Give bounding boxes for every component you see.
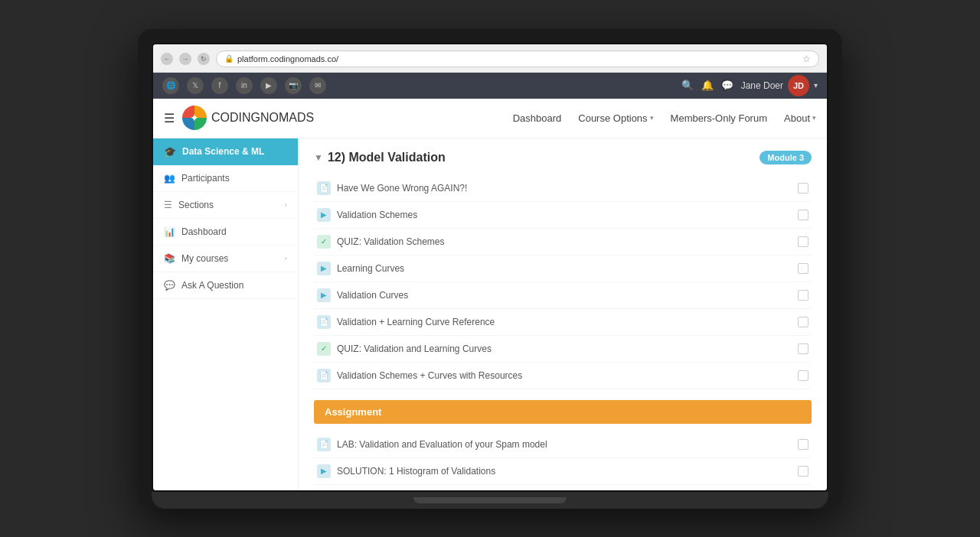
- user-dropdown-caret: ▾: [814, 81, 818, 90]
- lesson-title-2: Validation Schemes: [337, 210, 417, 220]
- lesson-checkbox-7[interactable]: [798, 343, 808, 354]
- module-title-text: 12) Model Validation: [328, 151, 446, 164]
- sidebar-item-data-science[interactable]: 🎓 Data Science & ML: [153, 138, 298, 165]
- url-bar[interactable]: 🔒 platform.codingnomads.co/ ☆: [216, 50, 819, 67]
- assignment-banner: Assignment: [314, 400, 812, 424]
- nav-forum[interactable]: Members-Only Forum: [671, 112, 767, 124]
- main-nav: ☰ CODINGNOMADS Dashboard Course Options …: [153, 99, 827, 138]
- globe-icon[interactable]: 🌐: [162, 77, 179, 94]
- lesson-checkbox-5[interactable]: [798, 290, 808, 301]
- doc-icon-a1: 📄: [317, 438, 331, 451]
- browser-chrome: ← → ↻ 🔒 platform.codingnomads.co/ ☆: [153, 44, 827, 73]
- lock-icon: 🔒: [224, 54, 234, 63]
- back-button[interactable]: ←: [161, 53, 173, 65]
- main-content: ▼ 12) Model Validation Module 3 📄 Have W…: [299, 138, 827, 490]
- search-button[interactable]: 🔍: [681, 80, 694, 91]
- participants-label: Participants: [181, 173, 230, 184]
- module-caret[interactable]: ▼: [314, 152, 323, 163]
- nav-course-options[interactable]: Course Options ▾: [578, 112, 653, 124]
- lesson-title-8: Validation Schemes + Curves with Resourc…: [337, 370, 522, 381]
- about-caret: ▾: [812, 114, 816, 122]
- lesson-checkbox-2[interactable]: [798, 210, 808, 220]
- participants-icon: 👥: [164, 173, 175, 184]
- logo[interactable]: CODINGNOMADS: [182, 106, 314, 130]
- lesson-checkbox-3[interactable]: [798, 236, 808, 247]
- sections-icon: ☰: [164, 200, 172, 210]
- module-title: ▼ 12) Model Validation: [314, 151, 446, 164]
- lesson-item-7[interactable]: ✓ QUIZ: Validation and Learning Curves: [314, 336, 812, 363]
- social-icons: 🌐 𝕏 f in ▶ 📷 ✉: [162, 77, 326, 94]
- lesson-title-3: QUIZ: Validation Schemes: [337, 236, 445, 247]
- lesson-checkbox-8[interactable]: [798, 370, 808, 381]
- forward-button[interactable]: →: [179, 53, 191, 65]
- assignment-checkbox-2[interactable]: [798, 466, 808, 477]
- sidebar-item-sections[interactable]: ☰ Sections ›: [153, 192, 298, 219]
- logo-bold: CODING: [211, 111, 260, 124]
- dashboard-label: Dashboard: [181, 226, 227, 237]
- screen: ← → ↻ 🔒 platform.codingnomads.co/ ☆ 🌐 𝕏 …: [152, 43, 828, 492]
- quiz-icon-3: ✓: [317, 235, 331, 249]
- assignment-title-1: LAB: Validation and Evaluation of your S…: [337, 439, 547, 450]
- doc-icon-1: 📄: [317, 181, 331, 195]
- sidebar-item-ask-question[interactable]: 💬 Ask A Question: [153, 272, 298, 299]
- lesson-checkbox-4[interactable]: [798, 263, 808, 274]
- sidebar-item-participants[interactable]: 👥 Participants: [153, 165, 298, 192]
- doc-icon-8: 📄: [317, 369, 331, 382]
- instagram-icon[interactable]: 📷: [285, 77, 302, 94]
- notifications-button[interactable]: 🔔: [701, 80, 714, 91]
- assignment-item-1[interactable]: 📄 LAB: Validation and Evaluation of your…: [314, 431, 812, 458]
- module-header: ▼ 12) Model Validation Module 3: [314, 151, 812, 164]
- assignment-item-3[interactable]: ▶ SOLUTION: 2 Validation Searching Param…: [314, 485, 812, 490]
- lesson-list: 📄 Have We Gone Wrong AGAIN?! ▶ Validatio…: [314, 175, 812, 389]
- lesson-item-1[interactable]: 📄 Have We Gone Wrong AGAIN?!: [314, 175, 812, 202]
- user-name: Jane Doer: [741, 80, 783, 91]
- assignment-item-2[interactable]: ▶ SOLUTION: 1 Histogram of Validations: [314, 458, 812, 485]
- sidebar: 🎓 Data Science & ML 👥 Participants ☰ Sec…: [153, 138, 299, 490]
- messages-button[interactable]: 💬: [721, 80, 733, 91]
- lesson-title-4: Learning Curves: [337, 263, 404, 274]
- graduation-icon: 🎓: [164, 146, 176, 158]
- twitter-icon[interactable]: 𝕏: [187, 77, 204, 94]
- video-icon-2: ▶: [317, 208, 331, 222]
- lesson-item-3[interactable]: ✓ QUIZ: Validation Schemes: [314, 229, 812, 255]
- lesson-item-8[interactable]: 📄 Validation Schemes + Curves with Resou…: [314, 363, 812, 389]
- lesson-title-1: Have We Gone Wrong AGAIN?!: [337, 183, 467, 194]
- dashboard-icon: 📊: [164, 226, 175, 237]
- sections-arrow: ›: [285, 200, 287, 209]
- laptop-base: [152, 492, 828, 509]
- bookmark-icon: ☆: [802, 54, 811, 64]
- course-options-caret: ▾: [650, 114, 654, 122]
- sidebar-item-dashboard[interactable]: 📊 Dashboard: [153, 219, 298, 246]
- quiz-icon-7: ✓: [317, 342, 331, 356]
- logo-text: CODINGNOMADS: [211, 111, 314, 125]
- lesson-item-4[interactable]: ▶ Learning Curves: [314, 255, 812, 282]
- lesson-item-6[interactable]: 📄 Validation + Learning Curve Reference: [314, 309, 812, 336]
- lesson-checkbox-1[interactable]: [798, 183, 808, 194]
- my-courses-icon: 📚: [164, 253, 175, 264]
- video-icon-a2: ▶: [317, 464, 331, 478]
- nav-dashboard[interactable]: Dashboard: [513, 112, 562, 124]
- my-courses-label: My courses: [181, 253, 228, 264]
- nav-about[interactable]: About ▾: [784, 112, 816, 124]
- youtube-icon[interactable]: ▶: [260, 77, 277, 94]
- user-badge[interactable]: Jane Doer JD ▾: [741, 75, 818, 96]
- video-icon-5: ▶: [317, 288, 331, 302]
- lesson-title-5: Validation Curves: [337, 290, 408, 301]
- mail-icon[interactable]: ✉: [309, 77, 326, 94]
- laptop-hinge: [413, 497, 567, 503]
- logo-icon: [182, 106, 207, 130]
- sidebar-item-my-courses[interactable]: 📚 My courses ›: [153, 246, 298, 272]
- logo-light: NOMADS: [260, 111, 314, 124]
- facebook-icon[interactable]: f: [211, 77, 228, 94]
- lesson-item-2[interactable]: ▶ Validation Schemes: [314, 202, 812, 229]
- refresh-button[interactable]: ↻: [198, 53, 210, 65]
- doc-icon-6: 📄: [317, 315, 331, 329]
- social-bar-right: 🔍 🔔 💬 Jane Doer JD ▾: [681, 75, 818, 96]
- linkedin-icon[interactable]: in: [236, 77, 253, 94]
- assignment-checkbox-1[interactable]: [798, 439, 808, 450]
- video-icon-4: ▶: [317, 262, 331, 275]
- hamburger-button[interactable]: ☰: [164, 111, 175, 125]
- lesson-item-5[interactable]: ▶ Validation Curves: [314, 282, 812, 309]
- url-text: platform.codingnomads.co/: [237, 54, 338, 63]
- lesson-checkbox-6[interactable]: [798, 317, 808, 327]
